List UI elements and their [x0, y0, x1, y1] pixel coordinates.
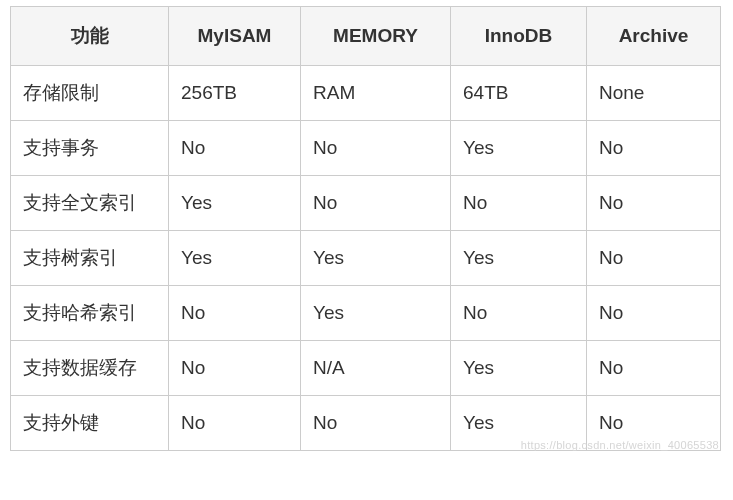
row-label: 支持树索引	[11, 231, 169, 286]
cell: Yes	[301, 231, 451, 286]
row-label: 支持全文索引	[11, 176, 169, 231]
header-memory: MEMORY	[301, 7, 451, 66]
cell: No	[301, 176, 451, 231]
header-innodb: InnoDB	[451, 7, 587, 66]
table-row: 支持事务 No No Yes No	[11, 121, 721, 176]
cell: Yes	[451, 341, 587, 396]
table-row: 支持树索引 Yes Yes Yes No	[11, 231, 721, 286]
cell: Yes	[451, 121, 587, 176]
cell: 256TB	[169, 66, 301, 121]
cell: 64TB	[451, 66, 587, 121]
cell: N/A	[301, 341, 451, 396]
cell: No	[301, 121, 451, 176]
row-label: 支持事务	[11, 121, 169, 176]
header-myisam: MyISAM	[169, 7, 301, 66]
cell: RAM	[301, 66, 451, 121]
table-body: 存储限制 256TB RAM 64TB None 支持事务 No No Yes …	[11, 66, 721, 451]
cell: No	[301, 396, 451, 451]
row-label: 支持数据缓存	[11, 341, 169, 396]
storage-engine-comparison-table: 功能 MyISAM MEMORY InnoDB Archive 存储限制 256…	[10, 6, 721, 451]
cell: No	[587, 121, 721, 176]
row-label: 支持外键	[11, 396, 169, 451]
cell: No	[451, 286, 587, 341]
watermark-text: https://blog.csdn.net/weixin_40065538	[521, 439, 719, 451]
cell: Yes	[301, 286, 451, 341]
cell: Yes	[451, 231, 587, 286]
table-row: 支持数据缓存 No N/A Yes No	[11, 341, 721, 396]
cell: No	[587, 231, 721, 286]
cell: No	[587, 176, 721, 231]
table-row: 支持全文索引 Yes No No No	[11, 176, 721, 231]
cell: No	[169, 341, 301, 396]
header-feature: 功能	[11, 7, 169, 66]
cell: No	[451, 176, 587, 231]
cell: No	[169, 396, 301, 451]
cell: No	[587, 341, 721, 396]
cell: None	[587, 66, 721, 121]
table-header-row: 功能 MyISAM MEMORY InnoDB Archive	[11, 7, 721, 66]
cell: No	[169, 121, 301, 176]
cell: No	[587, 286, 721, 341]
row-label: 支持哈希索引	[11, 286, 169, 341]
table-row: 存储限制 256TB RAM 64TB None	[11, 66, 721, 121]
table-row: 支持哈希索引 No Yes No No	[11, 286, 721, 341]
row-label: 存储限制	[11, 66, 169, 121]
cell: No	[169, 286, 301, 341]
cell: Yes	[169, 231, 301, 286]
header-archive: Archive	[587, 7, 721, 66]
cell: Yes	[169, 176, 301, 231]
